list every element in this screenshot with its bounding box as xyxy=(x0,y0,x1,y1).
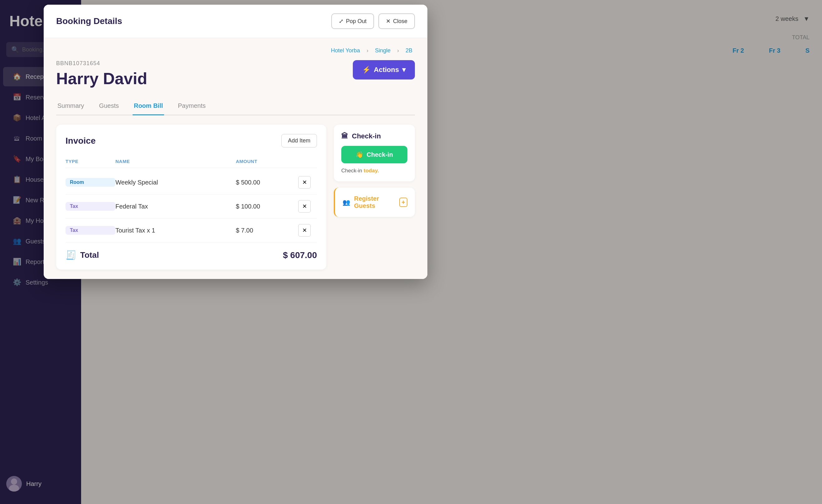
invoice-title: Invoice xyxy=(65,136,95,146)
dropdown-icon: ▾ xyxy=(402,66,406,74)
remove-row-button[interactable]: ✕ xyxy=(298,224,311,237)
total-row: 🧾 Total $ 607.00 xyxy=(65,242,317,260)
total-icon: 🧾 xyxy=(65,250,76,260)
content-row: Invoice Add Item TYPE NAME AMOUNT Room W… xyxy=(56,125,415,270)
col-name: NAME xyxy=(115,159,236,164)
col-type: TYPE xyxy=(65,159,115,164)
booking-id: BBNB10731654 xyxy=(56,60,147,67)
item-name: Federal Tax xyxy=(115,203,236,210)
invoice-card: Invoice Add Item TYPE NAME AMOUNT Room W… xyxy=(56,125,326,270)
booking-header: BBNB10731654 Harry David ⚡ Actions ▾ xyxy=(56,60,415,88)
item-name: Tourist Tax x 1 xyxy=(115,227,236,234)
actions-label: Actions xyxy=(374,66,399,74)
checkin-card: 🏛 Check-in 👋 Check-in Check-in today. xyxy=(334,125,415,181)
checkin-today: today. xyxy=(364,168,379,174)
breadcrumb-sep1: › xyxy=(367,47,370,54)
remove-row-button[interactable]: ✕ xyxy=(298,176,311,189)
register-guests-card[interactable]: 👥 Register Guests + xyxy=(334,188,415,217)
pop-out-label: Pop Out xyxy=(346,18,367,25)
breadcrumb: Hotel Yorba › Single › 2B xyxy=(56,47,415,54)
modal-header-buttons: ⤢ Pop Out ✕ Close xyxy=(331,13,415,29)
register-guests-link[interactable]: 👥 Register Guests + xyxy=(343,195,407,209)
total-amount: $ 607.00 xyxy=(283,250,317,260)
add-item-button[interactable]: Add Item xyxy=(281,134,317,147)
right-panel: 🏛 Check-in 👋 Check-in Check-in today. 👥 xyxy=(334,125,415,270)
item-amount: $ 100.00 xyxy=(236,203,298,210)
checkin-title: 🏛 Check-in xyxy=(341,132,407,140)
lightning-icon: ⚡ xyxy=(362,66,371,74)
pop-out-button[interactable]: ⤢ Pop Out xyxy=(331,13,374,29)
col-amount: AMOUNT xyxy=(236,159,298,164)
checkin-icon: 🏛 xyxy=(341,132,348,140)
booking-tabs: Summary Guests Room Bill Payments xyxy=(56,97,415,115)
table-row: Room Weekly Special $ 500.00 ✕ xyxy=(65,170,317,194)
actions-button[interactable]: ⚡ Actions ▾ xyxy=(353,60,415,79)
type-badge-room: Room xyxy=(65,178,115,187)
tab-payments[interactable]: Payments xyxy=(176,97,207,115)
modal-header: Booking Details ⤢ Pop Out ✕ Close xyxy=(44,5,427,38)
pop-out-icon: ⤢ xyxy=(339,18,344,25)
modal-title: Booking Details xyxy=(56,16,122,26)
breadcrumb-sep2: › xyxy=(397,47,401,54)
guests-register-icon: 👥 xyxy=(343,199,350,206)
item-name: Weekly Special xyxy=(115,179,236,186)
modal-body: Hotel Yorba › Single › 2B BBNB10731654 H… xyxy=(44,38,427,279)
type-badge-tax: Tax xyxy=(65,202,115,211)
type-badge-tax: Tax xyxy=(65,226,115,235)
register-plus-icon: + xyxy=(399,198,407,207)
invoice-table-header: TYPE NAME AMOUNT xyxy=(65,155,317,168)
booking-name: Harry David xyxy=(56,69,147,88)
tab-summary[interactable]: Summary xyxy=(56,97,85,115)
remove-row-button[interactable]: ✕ xyxy=(298,200,311,213)
close-icon: ✕ xyxy=(386,18,391,25)
invoice-card-header: Invoice Add Item xyxy=(65,134,317,147)
breadcrumb-type[interactable]: Single xyxy=(375,47,391,54)
close-button[interactable]: ✕ Close xyxy=(378,13,415,29)
breadcrumb-hotel[interactable]: Hotel Yorba xyxy=(331,47,360,54)
checkin-button[interactable]: 👋 Check-in xyxy=(341,146,407,163)
col-action xyxy=(298,159,317,164)
table-row: Tax Federal Tax $ 100.00 ✕ xyxy=(65,194,317,218)
register-label: Register Guests xyxy=(354,195,396,209)
close-label: Close xyxy=(393,18,407,25)
checkin-note: Check-in today. xyxy=(341,168,407,174)
item-amount: $ 500.00 xyxy=(236,179,298,186)
table-row: Tax Tourist Tax x 1 $ 7.00 ✕ xyxy=(65,218,317,242)
invoice-table: TYPE NAME AMOUNT Room Weekly Special $ 5… xyxy=(65,155,317,260)
tab-guests[interactable]: Guests xyxy=(98,97,120,115)
total-label-wrap: 🧾 Total xyxy=(65,250,99,260)
item-amount: $ 7.00 xyxy=(236,227,298,234)
tab-room-bill[interactable]: Room Bill xyxy=(132,97,164,115)
booking-details-modal: Booking Details ⤢ Pop Out ✕ Close Hotel … xyxy=(44,5,427,279)
booking-info: BBNB10731654 Harry David xyxy=(56,60,147,88)
hand-icon: 👋 xyxy=(356,151,363,158)
total-label: Total xyxy=(80,250,99,260)
breadcrumb-room[interactable]: 2B xyxy=(406,47,412,54)
checkin-button-label: Check-in xyxy=(367,151,393,158)
